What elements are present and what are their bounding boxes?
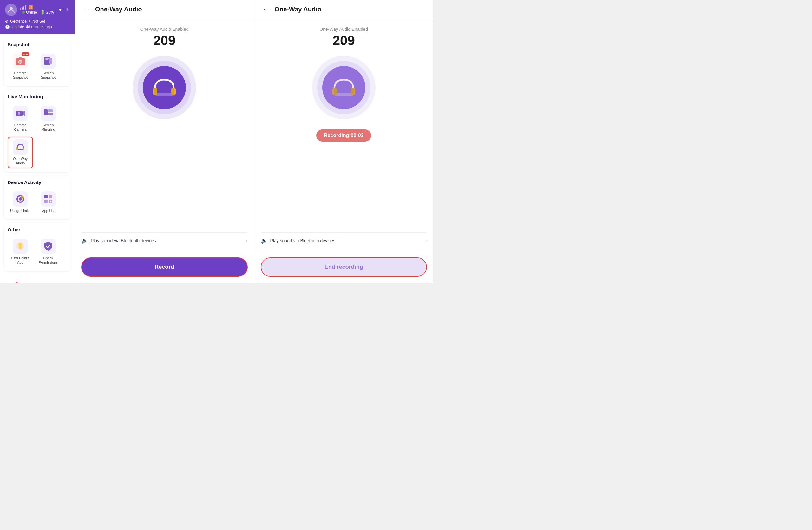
one-way-audio-label: One-Way Audio	[10, 156, 31, 166]
headphone-graphic-left	[133, 56, 196, 119]
panel-left-bluetooth-row[interactable]: 🔈 Play sound via Bluetooth devices ›	[81, 232, 248, 248]
live-monitoring-section: Live Monitoring Remote Camera	[4, 90, 71, 172]
remote-camera-label: Remote Camera	[10, 123, 31, 132]
panel-right-count: 209	[333, 33, 355, 48]
find-childs-app-label: Find Child's App	[10, 256, 31, 265]
screen-snapshot-item[interactable]: Screen Snapshot	[35, 51, 61, 83]
update-row: 🕐 Update 48 minutes ago	[5, 24, 70, 30]
svg-rect-43	[334, 93, 353, 96]
panel-left-back-btn[interactable]: ←	[81, 5, 91, 14]
panel-left-footer: Record	[75, 254, 254, 283]
panel-left-enabled-label: One-Way Audio Enabled	[140, 27, 189, 32]
svg-rect-4	[19, 57, 22, 59]
new-badge: New	[21, 52, 29, 56]
svg-rect-38	[155, 93, 174, 96]
add-btn[interactable]: +	[65, 6, 70, 14]
svg-point-3	[19, 61, 21, 63]
svg-text:$: $	[21, 196, 23, 199]
panel-left: ← One-Way Audio One-Way Audio Enabled 20…	[74, 0, 254, 283]
nav-me[interactable]: 👤 Me	[50, 282, 74, 283]
record-button[interactable]: Record	[81, 257, 248, 277]
panel-right: ← One-Way Audio One-Way Audio Enabled 20…	[254, 0, 434, 283]
svg-rect-23	[44, 195, 47, 198]
panel-left-header: ← One-Way Audio	[75, 0, 254, 19]
screen-snapshot-label: Screen Snapshot	[38, 71, 59, 80]
usage-limits-item[interactable]: $ Usage Limits	[8, 189, 33, 215]
panel-right-header: ← One-Way Audio	[255, 0, 434, 19]
svg-rect-40	[171, 88, 174, 95]
svg-rect-17	[18, 149, 23, 150]
other-section: Other Find Child's App	[4, 223, 71, 271]
panel-left-count: 209	[153, 33, 175, 48]
headphone-graphic-right	[312, 56, 376, 119]
panel-left-body: One-Way Audio Enabled 209 🔈 Play sound v…	[75, 19, 254, 254]
app-list-item[interactable]: App List	[35, 189, 61, 215]
bluetooth-icon-left: 🔈	[81, 237, 88, 244]
bottom-nav: 🔔 Notice Device 👤 Me	[0, 279, 74, 283]
find-childs-app-item[interactable]: Find Child's App	[8, 236, 33, 268]
sidebar-sections: Snapshot New Camera Snapshot	[0, 34, 74, 279]
panel-right-body: One-Way Audio Enabled 209 Recording:00:0…	[255, 19, 434, 254]
battery-label: 25%	[46, 10, 54, 15]
svg-rect-24	[49, 195, 52, 198]
camera-snapshot-label: Camera Snapshot	[10, 71, 31, 80]
svg-point-0	[10, 7, 13, 10]
panel-right-title: One-Way Audio	[275, 6, 321, 13]
bluetooth-arrow-right: ›	[425, 238, 427, 243]
screen-mirroring-label: Screen Mirroring	[38, 123, 59, 132]
svg-rect-5	[44, 57, 50, 65]
device-activity-section: Device Activity $ Usage Limits	[4, 176, 71, 219]
dropdown-btn[interactable]: ▾	[58, 6, 62, 14]
avatar	[5, 4, 17, 16]
one-way-audio-item[interactable]: One-Way Audio	[8, 137, 33, 168]
camera-snapshot-item[interactable]: New Camera Snapshot	[8, 51, 33, 83]
nav-notice[interactable]: 🔔 Notice	[0, 282, 25, 283]
snapshot-title: Snapshot	[8, 42, 67, 47]
check-permissions-label: Check Permissions	[38, 256, 59, 265]
svg-rect-15	[16, 147, 18, 150]
svg-line-32	[19, 243, 19, 244]
notice-dot	[16, 283, 18, 283]
panel-right-enabled-label: One-Way Audio Enabled	[319, 27, 368, 32]
panel-left-bluetooth-label: Play sound via Bluetooth devices	[91, 238, 244, 243]
panel-left-title: One-Way Audio	[95, 6, 142, 13]
screen-mirroring-item[interactable]: Screen Mirroring	[35, 103, 61, 134]
svg-rect-6	[49, 58, 52, 64]
panel-right-bluetooth-label: Play sound via Bluetooth devices	[270, 238, 423, 243]
recording-badge: Recording:00:03	[316, 129, 371, 142]
bluetooth-arrow-left: ›	[246, 238, 248, 243]
svg-point-11	[18, 112, 20, 115]
svg-marker-10	[23, 111, 25, 116]
nav-device[interactable]: Device	[25, 282, 49, 283]
svg-rect-25	[44, 200, 47, 203]
live-monitoring-title: Live Monitoring	[8, 94, 67, 99]
svg-rect-14	[48, 113, 53, 115]
other-title: Other	[8, 227, 67, 232]
svg-rect-12	[44, 110, 47, 115]
online-status: Online	[26, 10, 37, 15]
svg-rect-39	[154, 88, 157, 95]
check-permissions-item[interactable]: Check Permissions	[35, 236, 61, 268]
app-list-label: App List	[42, 209, 55, 213]
panel-right-bluetooth-row[interactable]: 🔈 Play sound via Bluetooth devices ›	[261, 232, 427, 248]
svg-rect-45	[351, 88, 354, 95]
end-recording-button[interactable]: End recording	[261, 257, 427, 277]
panel-right-back-btn[interactable]: ←	[261, 5, 271, 14]
sidebar: 📶 Online 🔋 25% ▾ + ⊙ Geofence	[0, 0, 74, 283]
bluetooth-icon-right: 🔈	[261, 237, 268, 244]
svg-rect-16	[23, 147, 24, 150]
svg-line-31	[21, 243, 22, 244]
svg-rect-7	[45, 58, 49, 59]
panel-right-footer: End recording	[255, 254, 434, 283]
svg-rect-13	[48, 110, 53, 112]
device-activity-title: Device Activity	[8, 180, 67, 185]
svg-rect-8	[45, 59, 48, 60]
usage-limits-label: Usage Limits	[10, 209, 30, 213]
snapshot-section: Snapshot New Camera Snapshot	[4, 38, 71, 86]
svg-rect-44	[334, 88, 337, 95]
remote-camera-item[interactable]: Remote Camera	[8, 103, 33, 134]
sidebar-header: 📶 Online 🔋 25% ▾ + ⊙ Geofence	[0, 0, 74, 34]
geofence-row: ⊙ Geofence Not Set	[5, 18, 70, 24]
